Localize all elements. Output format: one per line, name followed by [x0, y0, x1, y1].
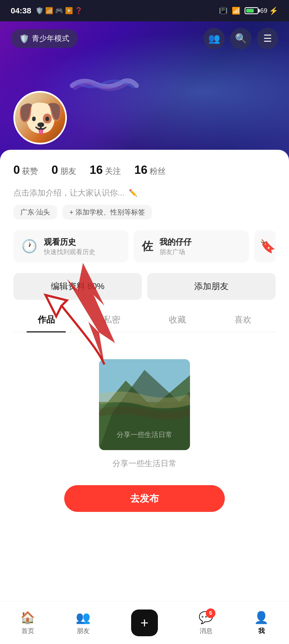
followers-label: 粉丝 — [150, 166, 166, 177]
status-right-icons: 📳 📶 69 ⚡ — [219, 6, 278, 15]
avatar[interactable] — [13, 91, 67, 144]
top-nav: 🛡️ 青少年模式 👥 🔍 ☰ — [0, 21, 289, 56]
nav-friends[interactable]: 👥 朋友 — [65, 608, 101, 638]
battery-text: 69 — [260, 7, 267, 14]
likes-label: 获赞 — [22, 166, 38, 177]
add-friend-label: 添加朋友 — [194, 281, 229, 292]
stat-friends[interactable]: 0 朋友 — [51, 163, 76, 177]
hero-banner: 🛡️ 青少年模式 👥 🔍 ☰ — [0, 21, 289, 160]
top-nav-icons: 👥 🔍 ☰ — [203, 28, 278, 49]
nav-profile[interactable]: 👤 我 — [243, 608, 279, 638]
watch-history-icon: 🕐 — [21, 239, 37, 254]
add-tag-button[interactable]: + 添加学校、性别等标签 — [62, 205, 152, 220]
content-empty-state: 分享一些生活日常 分享一些生活日常 去发布 — [13, 343, 276, 528]
status-icons: 🛡️ 📶 🎮 ▶️ ❓ — [36, 7, 83, 14]
friends-label: 朋友 — [77, 627, 90, 635]
avatar-image — [15, 93, 65, 143]
messages-badge-container: 💬 6 — [199, 611, 213, 624]
create-button[interactable]: + — [131, 610, 158, 636]
youth-mode-label: 青少年模式 — [32, 33, 69, 44]
bookmark-icon: 🔖 — [260, 239, 276, 254]
menu-icon: ☰ — [263, 33, 272, 44]
charging-icon: ⚡ — [269, 6, 278, 15]
my-friends-subtitle: 朋友广场 — [159, 248, 192, 256]
plus-icon: + — [140, 615, 149, 631]
location-tag[interactable]: 广东·汕头 — [13, 205, 57, 220]
status-bar: 04:38 🛡️ 📶 🎮 ▶️ ❓ 📳 📶 69 ⚡ — [0, 0, 289, 21]
stats-row: 0 获赞 0 朋友 16 关注 16 粉丝 — [13, 163, 276, 177]
messages-badge: 6 — [206, 608, 215, 618]
wifi-icon: 📶 — [232, 7, 240, 15]
battery-fill — [246, 9, 254, 13]
following-count: 16 — [90, 163, 103, 177]
bookmark-button[interactable]: 🔖 — [254, 230, 276, 262]
youth-mode-icon: 🛡️ — [19, 34, 29, 43]
friends-icon: 👥 — [208, 33, 220, 44]
bottom-nav: 🏠 首页 👥 朋友 + 💬 6 消息 👤 我 — [0, 601, 289, 644]
likes-count: 0 — [13, 163, 20, 177]
stat-followers[interactable]: 16 粉丝 — [134, 163, 166, 177]
home-label: 首页 — [21, 627, 34, 635]
add-tag-label: + 添加学校、性别等标签 — [69, 208, 145, 217]
edit-bio-icon: ✏️ — [129, 189, 137, 197]
my-friends-text: 我的仔仔 朋友广场 — [159, 237, 192, 256]
watch-history-text: 观看历史 快速找到观看历史 — [44, 237, 95, 256]
add-friend-button[interactable]: 添加朋友 — [147, 273, 276, 300]
friends-icon-button[interactable]: 👥 — [203, 28, 225, 49]
time-display: 04:38 — [11, 6, 31, 15]
svg-marker-1 — [67, 263, 115, 365]
stat-likes[interactable]: 0 获赞 — [13, 163, 38, 177]
youth-mode-button[interactable]: 🛡️ 青少年模式 — [11, 29, 78, 48]
profile-label: 我 — [258, 627, 265, 635]
search-icon: 🔍 — [235, 33, 247, 44]
friends-label: 朋友 — [60, 166, 76, 177]
tab-likes-label: 喜欢 — [234, 314, 252, 326]
friends-count: 0 — [51, 163, 58, 177]
following-label: 关注 — [105, 166, 121, 177]
publish-button-label: 去发布 — [130, 493, 159, 504]
bio-section: 点击添加介绍，让大家认识你... ✏️ 广东·汕头 + 添加学校、性别等标签 — [13, 187, 276, 220]
menu-icon-button[interactable]: ☰ — [257, 28, 278, 49]
bio-content: 点击添加介绍，让大家认识你... — [13, 187, 124, 198]
content-caption: 分享一些生活日常 — [112, 458, 177, 469]
publish-button[interactable]: 去发布 — [64, 485, 225, 512]
vibrate-icon: 📳 — [219, 7, 227, 15]
nav-messages[interactable]: 💬 6 消息 — [188, 608, 224, 638]
tags-row: 广东·汕头 + 添加学校、性别等标签 — [13, 205, 276, 220]
friends-nav-icon: 👥 — [76, 611, 90, 624]
home-icon: 🏠 — [20, 611, 35, 624]
nav-create[interactable]: + — [120, 607, 169, 639]
messages-label: 消息 — [200, 627, 212, 635]
tab-favorites-label: 收藏 — [169, 314, 186, 326]
search-icon-button[interactable]: 🔍 — [230, 28, 252, 49]
watch-history-title: 观看历史 — [44, 237, 95, 248]
watch-history-subtitle: 快速找到观看历史 — [44, 248, 95, 256]
nav-home[interactable]: 🏠 首页 — [10, 608, 46, 638]
stat-following[interactable]: 16 关注 — [90, 163, 121, 177]
thumbnail-watermark: 分享一些生活日常 — [99, 430, 190, 439]
profile-banner-section — [13, 91, 67, 144]
tab-favorites[interactable]: 收藏 — [144, 308, 210, 332]
my-friends-title: 我的仔仔 — [159, 237, 192, 248]
my-friends-icon: 佐 — [142, 239, 153, 254]
my-friends-button[interactable]: 佐 我的仔仔 朋友广场 — [134, 230, 249, 262]
content-thumbnail[interactable]: 分享一些生活日常 — [99, 359, 190, 450]
status-time: 04:38 🛡️ 📶 🎮 ▶️ ❓ — [11, 6, 83, 15]
bio-text[interactable]: 点击添加介绍，让大家认识你... ✏️ — [13, 187, 276, 198]
followers-count: 16 — [134, 163, 147, 177]
tab-likes[interactable]: 喜欢 — [210, 308, 276, 332]
battery-indicator: 69 ⚡ — [245, 6, 278, 15]
battery-bar — [245, 7, 258, 14]
profile-nav-icon: 👤 — [254, 611, 269, 624]
paint-decoration — [70, 75, 139, 96]
content-area: 0 获赞 0 朋友 16 关注 16 粉丝 点击添加介绍，让大家认识你... ✏… — [0, 150, 289, 631]
arrow-annotation — [29, 258, 115, 370]
